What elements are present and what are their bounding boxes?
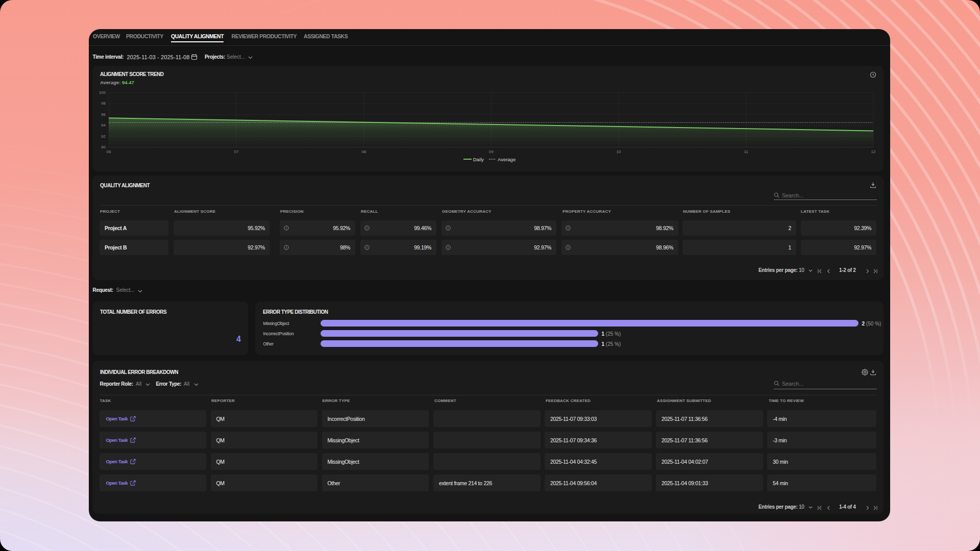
svg-text:100: 100 [99, 90, 106, 95]
svg-text:94: 94 [101, 123, 106, 128]
svg-text:96: 96 [101, 112, 106, 117]
svg-text:08: 08 [361, 149, 366, 154]
svg-text:06: 06 [107, 149, 111, 154]
svg-text:12: 12 [871, 149, 876, 154]
svg-text:10: 10 [617, 149, 621, 154]
svg-text:09: 09 [489, 149, 494, 154]
svg-text:92: 92 [101, 134, 106, 139]
svg-text:07: 07 [234, 149, 239, 154]
svg-text:90: 90 [101, 145, 106, 149]
svg-text:11: 11 [744, 149, 749, 154]
svg-text:98: 98 [101, 101, 106, 106]
